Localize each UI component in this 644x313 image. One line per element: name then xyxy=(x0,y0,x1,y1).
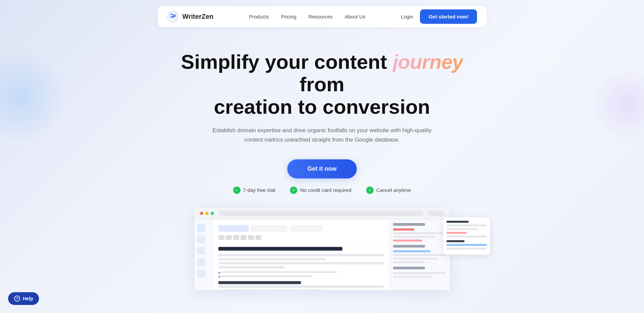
editor-line-2 xyxy=(218,258,326,260)
toolbar-btn-4 xyxy=(241,235,247,240)
toolbar-btn-6 xyxy=(255,235,261,240)
editor-bullet-1 xyxy=(218,271,384,274)
hero-subtitle: Establish domain expertise and drive org… xyxy=(208,126,436,145)
nav-link-about[interactable]: About Us xyxy=(345,14,366,19)
right-panel-title-2 xyxy=(393,245,425,248)
sidebar-icon-3 xyxy=(197,247,205,255)
sidebar-icon-1 xyxy=(197,224,205,232)
right-panel-accent-1 xyxy=(393,228,415,230)
editor-toolbar xyxy=(218,235,384,243)
browser-actions xyxy=(428,211,444,216)
editor-line-1 xyxy=(218,254,384,256)
float-panel-line-2 xyxy=(446,228,479,230)
hero-title-line2: creation to conversion xyxy=(214,96,430,118)
logo-icon xyxy=(167,11,179,23)
float-panel-line-4 xyxy=(446,236,487,238)
help-label: Help xyxy=(23,296,33,301)
editor-tabs xyxy=(218,225,384,232)
hero-section: Simplify your content journey from creat… xyxy=(0,27,644,305)
float-panel-line-6 xyxy=(446,248,487,250)
check-icon-cancel: ✓ xyxy=(366,187,374,194)
nav-item-about[interactable]: About Us xyxy=(345,14,366,20)
logo-text: WriterZen xyxy=(182,13,214,20)
editor-line-4 xyxy=(218,266,285,268)
help-button[interactable]: ? Help xyxy=(8,292,39,305)
nav-item-resources[interactable]: Resources xyxy=(308,14,333,20)
right-panel-line-1 xyxy=(393,232,446,234)
sidebar-panel xyxy=(195,220,213,290)
check-icon-trial: ✓ xyxy=(233,187,241,194)
right-panel-line-4 xyxy=(393,258,438,260)
hero-title-part2: from xyxy=(300,73,344,96)
right-panel-section2 xyxy=(393,245,446,263)
right-panel xyxy=(389,220,450,290)
help-icon: ? xyxy=(14,296,20,302)
badge-no-cc: ✓ No credit card required xyxy=(290,187,351,194)
trust-badges: ✓ 7-day free trial ✓ No credit card requ… xyxy=(7,187,637,194)
sidebar-icon-4 xyxy=(197,258,205,266)
nav-link-resources[interactable]: Resources xyxy=(308,14,333,19)
browser-bar xyxy=(195,207,450,220)
right-panel-line-2 xyxy=(393,236,436,238)
right-panel-line-6 xyxy=(393,272,446,274)
editor-line-6 xyxy=(218,290,326,290)
right-panel-line-3 xyxy=(393,254,446,256)
right-panel-line-7 xyxy=(393,276,433,278)
main-editor xyxy=(213,220,389,290)
toolbar-btn-5 xyxy=(248,235,254,240)
hero-title-animated: journey xyxy=(393,51,463,73)
editor-line-title xyxy=(218,247,343,251)
badge-cancel: ✓ Cancel anytime xyxy=(366,187,411,194)
right-panel-line-accent2 xyxy=(393,250,430,252)
sidebar-icon-2 xyxy=(197,235,205,243)
nav-item-products[interactable]: Products xyxy=(249,14,269,20)
editor-bullet-2 xyxy=(218,275,384,278)
editor-line-5 xyxy=(218,285,384,288)
right-panel-line-accent xyxy=(393,240,422,242)
editor-line-3 xyxy=(218,262,384,264)
navbar: WriterZen Products Pricing Resources Abo… xyxy=(158,6,487,27)
toolbar-btn-2 xyxy=(226,235,232,240)
browser-content xyxy=(195,220,450,290)
editor-section-title xyxy=(218,281,384,284)
dashboard-image xyxy=(195,207,450,290)
badge-cancel-text: Cancel anytime xyxy=(376,187,411,193)
hero-title-part1: Simplify your content xyxy=(181,51,387,73)
badge-trial-text: 7-day free trial xyxy=(243,187,275,193)
toolbar-btn-3 xyxy=(233,235,239,240)
get-started-button[interactable]: Get started now! xyxy=(420,9,477,24)
floating-panel-right xyxy=(443,217,490,255)
float-panel-line-5 xyxy=(446,244,487,246)
hero-cta-button[interactable]: Get it now xyxy=(287,159,357,178)
float-panel-line-3 xyxy=(446,232,467,234)
badge-trial: ✓ 7-day free trial xyxy=(233,187,275,194)
right-panel-title-3 xyxy=(393,267,425,269)
browser-dot-red xyxy=(200,212,203,215)
browser-dot-green xyxy=(211,212,214,215)
editor-tab-2 xyxy=(251,225,288,232)
browser-address-bar xyxy=(219,211,423,216)
float-panel-title xyxy=(446,221,469,223)
right-panel-title xyxy=(393,223,425,226)
dashboard-preview xyxy=(195,207,450,295)
nav-link-pricing[interactable]: Pricing xyxy=(281,14,296,19)
hero-title: Simplify your content journey from creat… xyxy=(178,51,467,118)
toolbar-btn-1 xyxy=(218,235,224,240)
float-panel-title-2 xyxy=(446,240,465,242)
float-panel-line-1 xyxy=(446,224,487,226)
nav-right: Login Get started now! xyxy=(401,9,477,24)
editor-tab-1 xyxy=(218,225,249,232)
nav-link-products[interactable]: Products xyxy=(249,14,269,19)
logo-area: WriterZen xyxy=(167,11,214,23)
check-icon-no-cc: ✓ xyxy=(290,187,297,194)
svg-point-1 xyxy=(172,16,174,18)
badge-no-cc-text: No credit card required xyxy=(300,187,351,193)
nav-item-pricing[interactable]: Pricing xyxy=(281,14,296,20)
editor-tab-3 xyxy=(290,225,323,232)
float-panel-section2 xyxy=(446,240,487,250)
right-panel-section3 xyxy=(393,267,446,278)
nav-links: Products Pricing Resources About Us xyxy=(249,14,365,20)
sidebar-icon-5 xyxy=(197,269,205,277)
right-panel-line-5 xyxy=(393,261,425,263)
login-button[interactable]: Login xyxy=(401,14,413,19)
